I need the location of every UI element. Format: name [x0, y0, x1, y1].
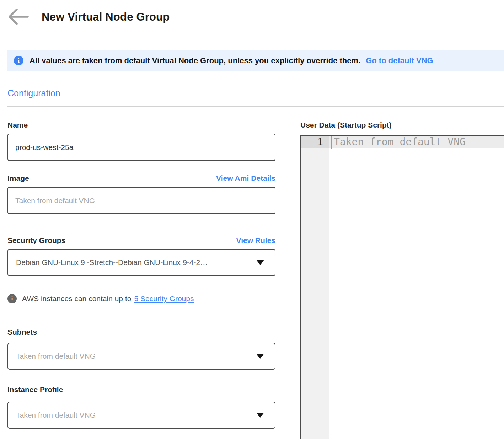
- info-icon: i: [14, 56, 23, 65]
- subnets-placeholder: Taken from default VNG: [16, 352, 252, 361]
- subnets-field: Subnets Taken from default VNG: [7, 327, 275, 370]
- editor-gutter: [301, 136, 329, 439]
- back-button[interactable]: [8, 9, 29, 26]
- chevron-down-icon: [256, 260, 264, 265]
- instance-profile-select[interactable]: Taken from default VNG: [7, 402, 275, 429]
- subnets-label: Subnets: [7, 327, 37, 337]
- header-divider: [7, 35, 504, 35]
- info-banner: i All values are taken from default Virt…: [7, 50, 504, 71]
- security-groups-limit-link[interactable]: 5 Security Groups: [134, 294, 194, 304]
- image-label: Image: [7, 173, 29, 183]
- image-field-header: Image View Ami Details: [7, 173, 275, 183]
- image-input[interactable]: [7, 187, 275, 214]
- subnets-field-header: Subnets: [7, 327, 275, 337]
- chevron-down-icon: [256, 413, 264, 418]
- subnets-select[interactable]: Taken from default VNG: [7, 343, 275, 370]
- go-to-default-vng-link[interactable]: Go to default VNG: [366, 56, 433, 65]
- info-icon: i: [7, 294, 17, 303]
- name-input[interactable]: [7, 134, 275, 161]
- security-groups-select[interactable]: Debian GNU-Linux 9 -Stretch--Debian GNU-…: [7, 249, 275, 276]
- line-number: 1: [301, 136, 323, 148]
- instance-profile-placeholder: Taken from default VNG: [16, 411, 252, 419]
- back-arrow-icon: [8, 9, 29, 26]
- section-title-configuration: Configuration: [7, 88, 504, 98]
- section-divider: [7, 106, 504, 107]
- security-groups-note: i AWS instances can contain up to 5 Secu…: [7, 294, 275, 304]
- instance-profile-field: Instance Profile Taken from default VNG: [7, 385, 275, 429]
- form-body: Name Image View Ami Details Security Gro…: [0, 120, 504, 439]
- chevron-down-icon: [256, 354, 264, 359]
- banner-text: All values are taken from default Virtua…: [30, 56, 360, 65]
- page-header: New Virtual Node Group: [0, 0, 504, 26]
- security-groups-field-header: Security Groups View Rules: [7, 235, 275, 245]
- name-label: Name: [7, 120, 28, 130]
- view-rules-link[interactable]: View Rules: [236, 235, 276, 245]
- instance-profile-label: Instance Profile: [7, 385, 63, 395]
- page-title: New Virtual Node Group: [42, 11, 170, 23]
- note-text: AWS instances can contain up to: [22, 294, 131, 304]
- view-ami-details-link[interactable]: View Ami Details: [216, 173, 275, 183]
- user-data-label: User Data (Startup Script): [300, 120, 504, 130]
- user-data-editor[interactable]: 1 Taken from default VNG: [300, 135, 504, 439]
- editor-placeholder: Taken from default VNG: [334, 136, 466, 148]
- text-cursor: [331, 136, 332, 149]
- security-groups-label: Security Groups: [7, 235, 65, 245]
- configuration-form: Name Image View Ami Details Security Gro…: [7, 120, 275, 439]
- instance-profile-field-header: Instance Profile: [7, 385, 275, 395]
- user-data-section: User Data (Startup Script) 1 Taken from …: [300, 120, 504, 439]
- name-field-header: Name: [7, 120, 275, 130]
- security-groups-selected-value: Debian GNU-Linux 9 -Stretch--Debian GNU-…: [16, 258, 252, 267]
